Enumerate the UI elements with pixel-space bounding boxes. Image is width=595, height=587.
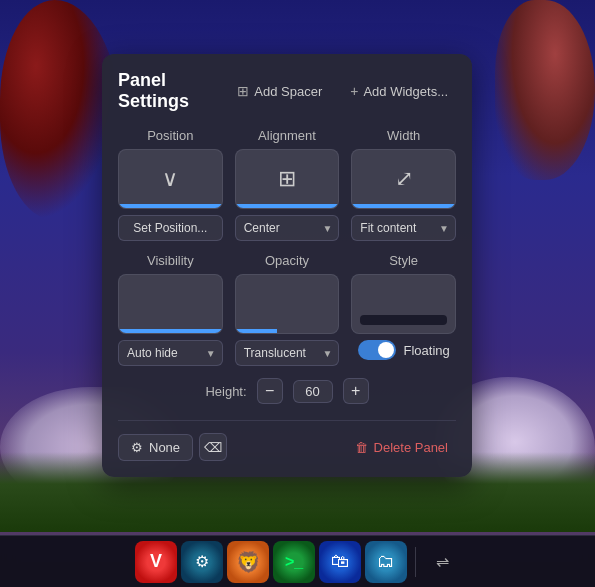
add-spacer-button[interactable]: ⊞ Add Spacer — [229, 79, 330, 103]
spacer-icon: ⊞ — [237, 83, 249, 99]
steam-icon: ⚙ — [195, 552, 209, 571]
opacity-preview — [235, 274, 340, 334]
height-label: Height: — [205, 384, 246, 399]
bottom-settings-grid: Visibility Auto hide Always visible Hidd… — [118, 253, 456, 366]
opacity-group: Opacity Translucent Opaque Transparent ▼ — [235, 253, 340, 366]
terminal-icon: >_ — [285, 553, 303, 571]
height-decrease-button[interactable]: − — [257, 378, 283, 404]
set-position-button[interactable]: Set Position... — [118, 215, 223, 241]
panel-footer: ⚙ None ⌫ 🗑 Delete Panel — [118, 420, 456, 461]
add-widgets-button[interactable]: + Add Widgets... — [342, 79, 456, 103]
visibility-indicator — [119, 329, 222, 333]
width-dropdown[interactable]: Fit content Fill width Custom — [351, 215, 456, 241]
none-button[interactable]: ⚙ None — [118, 434, 193, 461]
height-row: Height: − 60 + — [118, 378, 456, 404]
taskbar-icon-store[interactable]: 🛍 — [319, 541, 361, 583]
opacity-dropdown[interactable]: Translucent Opaque Transparent — [235, 340, 340, 366]
taskbar-icon-terminal[interactable]: >_ — [273, 541, 315, 583]
style-preview — [351, 274, 456, 334]
height-value: 60 — [293, 380, 333, 403]
sliders-icon: ⚙ — [131, 440, 143, 455]
width-indicator — [352, 204, 455, 208]
vivaldi-icon: V — [150, 551, 162, 572]
alignment-label: Alignment — [258, 128, 316, 143]
taskbar-settings-icon: ⇌ — [436, 552, 449, 571]
lutris-icon: 🦁 — [236, 550, 261, 574]
alignment-preview: ⊞ — [235, 149, 340, 209]
top-settings-grid: Position ∨ Set Position... Alignment ⊞ C… — [118, 128, 456, 241]
position-preview: ∨ — [118, 149, 223, 209]
opacity-indicator — [236, 329, 277, 333]
height-increase-button[interactable]: + — [343, 378, 369, 404]
taskbar-icon-steam[interactable]: ⚙ — [181, 541, 223, 583]
toggle-knob — [378, 342, 394, 358]
visibility-label: Visibility — [147, 253, 194, 268]
style-label: Style — [389, 253, 418, 268]
visibility-dropdown[interactable]: Auto hide Always visible Hidden — [118, 340, 223, 366]
trash-icon: 🗑 — [355, 440, 368, 455]
alignment-dropdown[interactable]: Center Left Right — [235, 215, 340, 241]
delete-panel-button[interactable]: 🗑 Delete Panel — [347, 435, 456, 460]
floating-control: Floating — [358, 340, 450, 360]
position-icon: ∨ — [162, 166, 178, 192]
floating-label: Floating — [404, 343, 450, 358]
width-icon: ⤢ — [395, 166, 413, 192]
visibility-dropdown-wrapper: Auto hide Always visible Hidden ▼ — [118, 340, 223, 366]
taskbar-separator — [415, 547, 416, 577]
alignment-icon: ⊞ — [278, 166, 296, 192]
floating-toggle[interactable] — [358, 340, 396, 360]
taskbar-icon-vivaldi[interactable]: V — [135, 541, 177, 583]
visibility-preview — [118, 274, 223, 334]
panel-settings-dialog: Panel Settings ⊞ Add Spacer + Add Widget… — [102, 54, 472, 477]
plus-icon: + — [350, 83, 358, 99]
alignment-group: Alignment ⊞ Center Left Right ▼ — [235, 128, 340, 241]
panel-title: Panel Settings — [118, 70, 217, 112]
taskbar-icon-files[interactable]: 🗂 — [365, 541, 407, 583]
style-bar — [360, 315, 447, 325]
store-icon: 🛍 — [331, 551, 349, 572]
width-preview: ⤢ — [351, 149, 456, 209]
style-group: Style Floating — [351, 253, 456, 366]
opacity-label: Opacity — [265, 253, 309, 268]
position-group: Position ∨ Set Position... — [118, 128, 223, 241]
taskbar-settings-button[interactable]: ⇌ — [424, 541, 460, 583]
alignment-dropdown-wrapper: Center Left Right ▼ — [235, 215, 340, 241]
opacity-dropdown-wrapper: Translucent Opaque Transparent ▼ — [235, 340, 340, 366]
position-indicator — [119, 204, 222, 208]
bg-tree-right — [495, 0, 595, 180]
position-label: Position — [147, 128, 193, 143]
backspace-icon: ⌫ — [204, 440, 222, 455]
alignment-indicator — [236, 204, 339, 208]
back-button[interactable]: ⌫ — [199, 433, 227, 461]
width-group: Width ⤢ Fit content Fill width Custom ▼ — [351, 128, 456, 241]
panel-header: Panel Settings ⊞ Add Spacer + Add Widget… — [118, 70, 456, 112]
files-icon: 🗂 — [377, 551, 395, 572]
width-label: Width — [387, 128, 420, 143]
taskbar: V ⚙ 🦁 >_ 🛍 🗂 ⇌ — [0, 535, 595, 587]
visibility-group: Visibility Auto hide Always visible Hidd… — [118, 253, 223, 366]
width-dropdown-wrapper: Fit content Fill width Custom ▼ — [351, 215, 456, 241]
footer-left: ⚙ None ⌫ — [118, 433, 227, 461]
taskbar-icon-lutris[interactable]: 🦁 — [227, 541, 269, 583]
